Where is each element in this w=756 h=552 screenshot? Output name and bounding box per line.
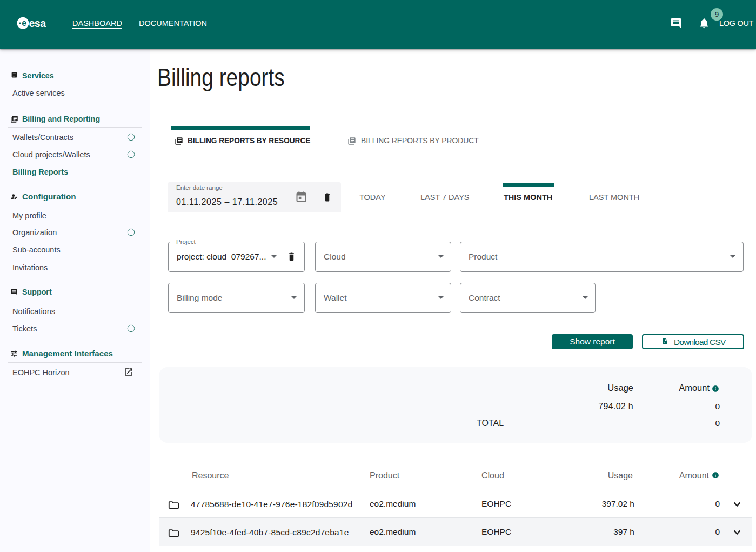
svg-text:e: e	[22, 18, 26, 28]
svg-text:esa: esa	[29, 17, 46, 29]
